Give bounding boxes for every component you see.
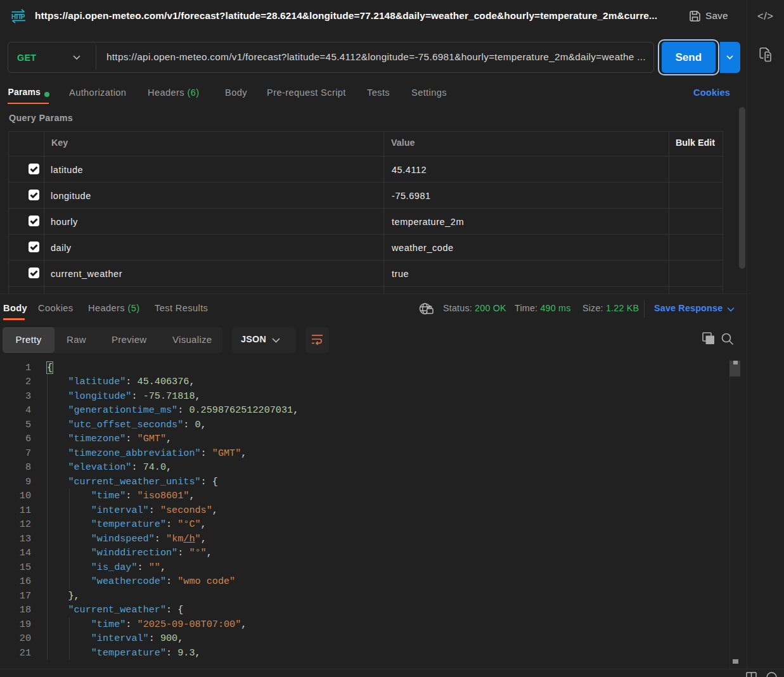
svg-text:HTTP: HTTP — [11, 13, 25, 20]
